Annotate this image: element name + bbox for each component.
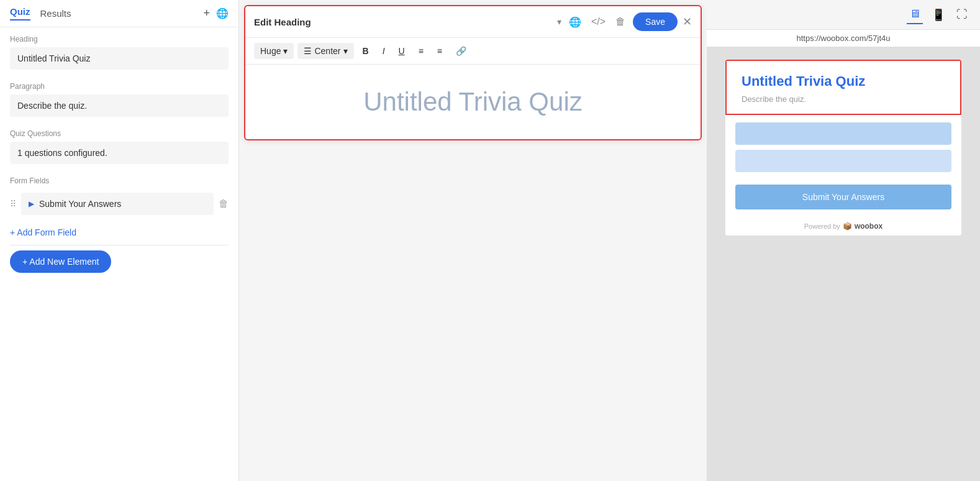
drag-handle-icon[interactable]: ⠿ bbox=[10, 199, 16, 209]
add-new-element-button[interactable]: + Add New Element bbox=[10, 250, 111, 273]
form-field-text: Submit Your Answers bbox=[39, 199, 121, 209]
align-icon: ☰ bbox=[304, 46, 312, 56]
popup-globe-icon[interactable]: 🌐 bbox=[566, 14, 584, 30]
align-chevron-icon: ▾ bbox=[343, 46, 348, 56]
preview-option-2 bbox=[735, 150, 951, 172]
paragraph-value[interactable]: Describe the quiz. bbox=[10, 94, 229, 117]
popup-delete-icon[interactable]: 🗑 bbox=[613, 14, 628, 30]
ordered-list-button[interactable]: ≡ bbox=[432, 43, 447, 59]
heading-label: Heading bbox=[10, 35, 229, 44]
preview-quiz-options bbox=[725, 115, 961, 180]
tablet-view-button[interactable]: 📱 bbox=[929, 6, 948, 24]
form-field-label-box[interactable]: ▶ Submit Your Answers bbox=[21, 193, 214, 215]
font-size-dropdown[interactable]: Huge ▾ bbox=[254, 43, 294, 59]
popup-heading-text: Untitled Trivia Quiz bbox=[363, 87, 582, 117]
form-field-item: ⠿ ▶ Submit Your Answers 🗑 bbox=[10, 189, 229, 219]
link-button[interactable]: 🔗 bbox=[451, 43, 471, 59]
heading-value[interactable]: Untitled Trivia Quiz bbox=[10, 47, 229, 70]
quiz-questions-value[interactable]: 1 questions configured. bbox=[10, 142, 229, 164]
fullscreen-button[interactable]: ⛶ bbox=[954, 6, 970, 24]
paragraph-section: Paragraph Describe the quiz. bbox=[0, 75, 238, 122]
tab-results[interactable]: Results bbox=[40, 8, 71, 19]
heading-section: Heading Untitled Trivia Quiz bbox=[0, 27, 238, 75]
preview-panel: 🖥 📱 ⛶ https://woobox.com/57jt4u Untitled… bbox=[707, 0, 980, 481]
add-element-header-button[interactable]: + bbox=[203, 7, 210, 20]
align-label: Center bbox=[314, 46, 340, 56]
sidebar: Quiz Results + 🌐 Heading Untitled Trivia… bbox=[0, 0, 239, 481]
preview-heading-title: Untitled Trivia Quiz bbox=[742, 73, 945, 89]
italic-button[interactable]: I bbox=[378, 43, 390, 59]
sidebar-header-actions: + 🌐 bbox=[203, 7, 229, 20]
preview-heading-section[interactable]: Untitled Trivia Quiz Describe the quiz. bbox=[725, 60, 961, 115]
preview-heading-desc: Describe the quiz. bbox=[742, 94, 945, 104]
popup-header: Edit Heading ▾ 🌐 </> 🗑 Save ✕ bbox=[245, 6, 701, 38]
popup-code-icon[interactable]: </> bbox=[589, 14, 608, 30]
underline-button[interactable]: U bbox=[394, 43, 410, 59]
woobox-icon: 📦 bbox=[843, 222, 852, 231]
popup-header-actions: ▾ 🌐 </> 🗑 Save ✕ bbox=[557, 12, 692, 31]
edit-heading-popup: Edit Heading ▾ 🌐 </> 🗑 Save ✕ Huge ▾ ☰ C… bbox=[244, 5, 702, 140]
add-form-field-button[interactable]: + Add Form Field bbox=[0, 224, 238, 245]
globe-icon[interactable]: 🌐 bbox=[216, 7, 229, 19]
unordered-list-button[interactable]: ≡ bbox=[414, 43, 429, 59]
bold-button[interactable]: B bbox=[358, 43, 374, 59]
play-icon: ▶ bbox=[29, 199, 34, 208]
popup-content-area[interactable]: Untitled Trivia Quiz bbox=[245, 65, 701, 139]
font-size-chevron-icon: ▾ bbox=[283, 46, 288, 56]
popup-save-button[interactable]: Save bbox=[633, 12, 678, 31]
preview-submit-button[interactable]: Submit Your Answers bbox=[735, 185, 951, 209]
font-size-label: Huge bbox=[260, 46, 281, 56]
form-fields-label: Form Fields bbox=[10, 176, 229, 185]
quiz-questions-section: Quiz Questions 1 questions configured. bbox=[0, 122, 238, 169]
woobox-brand: woobox bbox=[855, 222, 882, 231]
preview-option-1 bbox=[735, 122, 951, 145]
quiz-questions-label: Quiz Questions bbox=[10, 129, 229, 138]
center-panel: Edit Heading ▾ 🌐 </> 🗑 Save ✕ Huge ▾ ☰ C… bbox=[239, 0, 707, 481]
powered-by-label: Powered by bbox=[804, 222, 840, 230]
preview-url-bar: https://woobox.com/57jt4u bbox=[707, 30, 980, 47]
divider bbox=[10, 245, 229, 245]
preview-toolbar: 🖥 📱 ⛶ bbox=[707, 0, 980, 30]
popup-title: Edit Heading bbox=[254, 17, 551, 27]
preview-content: Untitled Trivia Quiz Describe the quiz. … bbox=[707, 47, 980, 481]
popup-toolbar: Huge ▾ ☰ Center ▾ B I U ≡ ≡ 🔗 bbox=[245, 38, 701, 65]
popup-close-button[interactable]: ✕ bbox=[683, 15, 692, 29]
text-align-dropdown[interactable]: ☰ Center ▾ bbox=[297, 43, 353, 59]
sidebar-header: Quiz Results + 🌐 bbox=[0, 0, 238, 27]
desktop-view-button[interactable]: 🖥 bbox=[907, 5, 923, 24]
center-bottom-area bbox=[239, 145, 707, 481]
preview-footer: Powered by 📦 woobox bbox=[725, 217, 961, 236]
paragraph-label: Paragraph bbox=[10, 82, 229, 91]
form-fields-section: Form Fields ⠿ ▶ Submit Your Answers 🗑 bbox=[0, 169, 238, 224]
delete-form-field-button[interactable]: 🗑 bbox=[219, 198, 229, 209]
popup-chevron-icon[interactable]: ▾ bbox=[557, 17, 561, 27]
preview-card: Untitled Trivia Quiz Describe the quiz. … bbox=[725, 60, 961, 236]
tab-quiz[interactable]: Quiz bbox=[10, 6, 30, 21]
